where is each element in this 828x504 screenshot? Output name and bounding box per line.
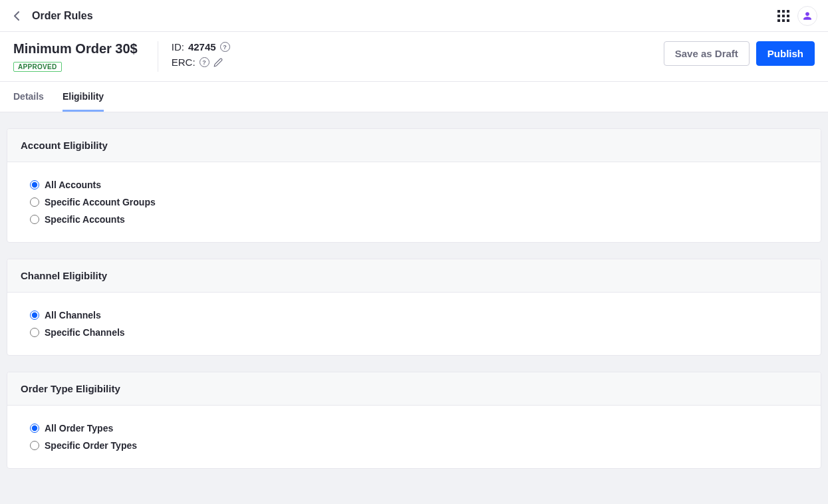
radio-label: Specific Channels (45, 327, 125, 338)
top-bar: Order Rules (0, 0, 828, 32)
card-title: Order Type Eligibility (7, 372, 821, 406)
top-bar-right (777, 6, 817, 26)
title-block: Minimum Order 30$ APPROVED (13, 41, 158, 72)
user-avatar[interactable] (797, 6, 817, 26)
card-title: Account Eligibility (7, 129, 821, 162)
id-value: 42745 (188, 41, 216, 53)
back-button[interactable] (11, 10, 23, 22)
radio-input-specific-channels[interactable] (30, 328, 39, 337)
page-header-left: Minimum Order 30$ APPROVED ID: 42745 ? E… (13, 41, 230, 72)
save-draft-button[interactable]: Save as Draft (664, 41, 750, 66)
radio-all-order-types[interactable]: All Order Types (30, 423, 798, 434)
radio-input-specific-accounts[interactable] (30, 215, 39, 224)
edit-erc-button[interactable] (213, 58, 223, 67)
meta-block: ID: 42745 ? ERC: ? (172, 41, 230, 68)
card-body: All Accounts Specific Account Groups Spe… (7, 162, 821, 242)
info-icon[interactable]: ? (200, 57, 209, 67)
user-icon (803, 11, 812, 21)
status-badge: APPROVED (13, 62, 62, 72)
card-body: All Channels Specific Channels (7, 293, 821, 355)
radio-label: Specific Accounts (45, 214, 125, 225)
radio-label: All Channels (45, 310, 101, 320)
account-eligibility-card: Account Eligibility All Accounts Specifi… (7, 128, 821, 243)
publish-button[interactable]: Publish (756, 41, 815, 66)
apps-icon[interactable] (777, 10, 789, 22)
meta-erc-row: ERC: ? (172, 57, 230, 68)
channel-eligibility-card: Channel Eligibility All Channels Specifi… (7, 259, 821, 356)
id-label: ID: (172, 41, 184, 53)
page-header: Minimum Order 30$ APPROVED ID: 42745 ? E… (0, 32, 828, 82)
radio-input-all-accounts[interactable] (30, 180, 39, 189)
card-body: All Order Types Specific Order Types (7, 406, 821, 468)
tab-eligibility[interactable]: Eligibility (63, 82, 104, 112)
erc-label: ERC: (172, 57, 196, 68)
radio-input-all-channels[interactable] (30, 311, 39, 320)
radio-label: All Order Types (45, 423, 113, 434)
page-header-right: Save as Draft Publish (664, 41, 815, 66)
radio-specific-accounts[interactable]: Specific Accounts (30, 214, 798, 225)
page-title: Minimum Order 30$ (13, 41, 138, 57)
radio-all-accounts[interactable]: All Accounts (30, 180, 798, 190)
tab-details[interactable]: Details (13, 82, 44, 112)
radio-specific-account-groups[interactable]: Specific Account Groups (30, 197, 798, 207)
chevron-left-icon (13, 11, 21, 21)
radio-input-specific-order-types[interactable] (30, 441, 39, 450)
card-title: Channel Eligibility (7, 259, 821, 293)
top-bar-left: Order Rules (11, 10, 93, 22)
tabs-bar: Details Eligibility (0, 82, 828, 112)
breadcrumb-title: Order Rules (32, 10, 93, 22)
radio-label: Specific Order Types (45, 440, 137, 451)
radio-all-channels[interactable]: All Channels (30, 310, 798, 320)
info-icon[interactable]: ? (220, 42, 230, 52)
main-content: Account Eligibility All Accounts Specifi… (0, 112, 828, 504)
radio-label: All Accounts (45, 180, 101, 190)
meta-id-row: ID: 42745 ? (172, 41, 230, 53)
radio-specific-order-types[interactable]: Specific Order Types (30, 440, 798, 451)
pencil-icon (213, 58, 223, 67)
radio-input-specific-account-groups[interactable] (30, 197, 39, 207)
order-type-eligibility-card: Order Type Eligibility All Order Types S… (7, 372, 821, 469)
radio-label: Specific Account Groups (45, 197, 156, 207)
radio-input-all-order-types[interactable] (30, 424, 39, 433)
radio-specific-channels[interactable]: Specific Channels (30, 327, 798, 338)
